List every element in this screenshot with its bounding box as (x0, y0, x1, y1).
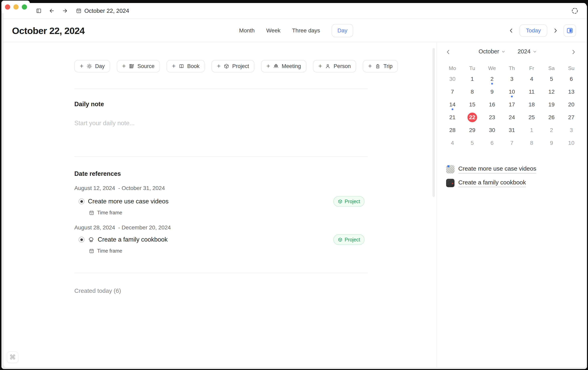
calendar-day[interactable]: 16 (482, 98, 502, 111)
calendar-day[interactable]: 25 (522, 111, 542, 124)
calendar-icon: 12 (76, 8, 82, 14)
calendar-day[interactable]: 4 (522, 73, 542, 85)
month-dropdown[interactable]: October (478, 48, 505, 55)
previous-month-button[interactable] (445, 49, 452, 55)
dashed-circle-icon (571, 7, 578, 14)
tag-label: Meeting (282, 63, 301, 69)
calendar-day[interactable]: 13 (561, 85, 581, 98)
add-project-button[interactable]: + Project (211, 60, 254, 72)
calendar-day[interactable]: 19 (542, 98, 561, 111)
tab-day[interactable]: Day (332, 24, 353, 37)
add-source-button[interactable]: + Source (117, 60, 160, 72)
object-bullet-icon[interactable] (79, 198, 84, 204)
calendar-day[interactable]: 18 (522, 98, 542, 111)
calendar-day[interactable]: 30 (482, 124, 502, 137)
calendar-day[interactable]: 28 (442, 124, 462, 137)
project-badge[interactable]: Project (333, 196, 365, 207)
calendar-day[interactable]: 10 (502, 85, 522, 98)
calendar-day-today[interactable]: 22 (462, 111, 482, 124)
create-object-bar: + Day + (74, 60, 368, 72)
minimize-window-button[interactable] (13, 4, 19, 10)
calendar-day[interactable]: 9 (482, 85, 502, 98)
next-day-button[interactable] (552, 28, 558, 33)
books-icon (129, 63, 134, 69)
property-label: Time frame (97, 248, 122, 254)
chevron-down-icon (501, 49, 506, 54)
window-controls (1, 0, 30, 13)
calendar-day[interactable]: 8 (522, 137, 542, 149)
toolbar-date-label: October 22, 2024 (84, 8, 129, 14)
next-month-button[interactable] (570, 49, 577, 55)
calendar-day[interactable]: 2 (542, 124, 561, 137)
calendar-day[interactable]: 15 (462, 98, 482, 111)
forward-button[interactable] (62, 8, 68, 14)
calendar-day[interactable]: 3 (561, 124, 581, 137)
object-link[interactable]: Create a family cookbook (458, 179, 526, 187)
calendar-day[interactable]: 14 (442, 98, 462, 111)
tag-label: Day (95, 63, 105, 69)
calendar-day[interactable]: 5 (542, 73, 561, 85)
calendar-day[interactable]: 9 (542, 137, 561, 149)
calendar-day[interactable]: 21 (442, 111, 462, 124)
back-button[interactable] (49, 8, 55, 14)
close-window-button[interactable] (5, 4, 10, 10)
tab-week[interactable]: Week (266, 27, 280, 34)
avatar (446, 165, 454, 174)
today-button[interactable]: Today (519, 24, 547, 37)
tab-month[interactable]: Month (239, 27, 255, 34)
weekday-label: Sa (542, 65, 561, 72)
sidebar-toggle-button[interactable] (36, 8, 42, 14)
people-icon (273, 63, 279, 69)
object-link[interactable]: Create more use case videos (458, 165, 536, 174)
plus-icon: + (266, 63, 270, 69)
reference-title[interactable]: Create a family cookbook (98, 236, 168, 243)
cube-icon (338, 199, 343, 204)
add-book-button[interactable]: + Book (167, 60, 205, 72)
calendar-day[interactable]: 4 (442, 137, 462, 149)
daily-note-editor[interactable]: Start your daily note... (74, 119, 368, 127)
calendar-day[interactable]: 30 (442, 73, 462, 85)
calendar-day[interactable]: 17 (502, 98, 522, 111)
calendar-day[interactable]: 1 (462, 73, 482, 85)
calendar-day[interactable]: 7 (442, 85, 462, 98)
add-day-button[interactable]: + Day (74, 60, 110, 72)
plus-icon: + (217, 63, 221, 69)
command-palette-button[interactable]: ⌘ (7, 351, 18, 363)
previous-day-button[interactable] (508, 28, 514, 33)
add-person-button[interactable]: + Person (313, 60, 356, 72)
calendar-day[interactable]: 31 (502, 124, 522, 137)
calendar-day[interactable]: 29 (462, 124, 482, 137)
calendar-day[interactable]: 12 (542, 85, 561, 98)
calendar-day[interactable]: 20 (561, 98, 581, 111)
calendar-day[interactable]: 2 (482, 73, 502, 85)
add-meeting-button[interactable]: + Meeting (261, 60, 306, 72)
scrollbar-thumb[interactable] (432, 48, 435, 197)
date-range-label: August 28, 2024 - December 20, 2024 (74, 224, 368, 231)
calendar-day[interactable]: 27 (561, 111, 581, 124)
zoom-window-button[interactable] (22, 4, 27, 10)
calendar-day[interactable]: 26 (542, 111, 561, 124)
toolbar-date[interactable]: 12 October 22, 2024 (76, 8, 129, 14)
calendar-day[interactable]: 3 (502, 73, 522, 85)
add-trip-button[interactable]: + Trip (363, 60, 398, 72)
calendar-day[interactable]: 6 (482, 137, 502, 149)
right-panel-toggle-button[interactable] (564, 24, 576, 37)
year-dropdown[interactable]: 2024 (518, 48, 537, 55)
calendar-day[interactable]: 1 (522, 124, 542, 137)
focus-mode-button[interactable] (571, 7, 578, 14)
weekday-label: Tu (462, 65, 482, 72)
chevron-right-icon (552, 28, 558, 33)
tab-three-days[interactable]: Three days (292, 27, 320, 34)
calendar-day[interactable]: 11 (522, 85, 542, 98)
calendar-day[interactable]: 24 (502, 111, 522, 124)
reference-title[interactable]: Create more use case videos (88, 198, 168, 205)
created-today-section[interactable]: Created today (6) (74, 287, 368, 294)
calendar-day[interactable]: 5 (462, 137, 482, 149)
calendar-day[interactable]: 23 (482, 111, 502, 124)
object-bullet-icon[interactable] (79, 237, 84, 243)
calendar-day[interactable]: 8 (462, 85, 482, 98)
calendar-day[interactable]: 10 (561, 137, 581, 149)
calendar-day[interactable]: 7 (502, 137, 522, 149)
project-badge[interactable]: Project (333, 234, 365, 245)
calendar-day[interactable]: 6 (561, 73, 581, 85)
